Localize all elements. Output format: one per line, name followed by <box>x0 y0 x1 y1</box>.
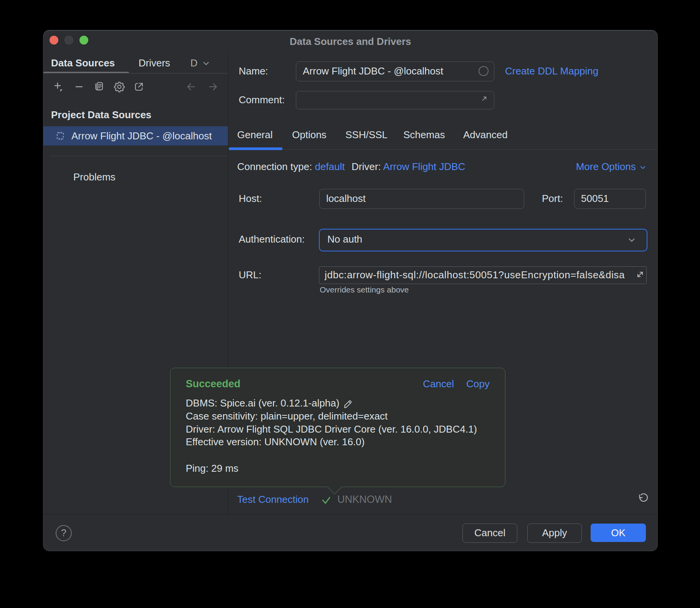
authentication-value: No auth <box>320 230 647 249</box>
list-divider <box>50 156 228 156</box>
authentication-label: Authentication: <box>239 229 305 250</box>
window-title: Data Sources and Drivers <box>43 30 657 51</box>
popup-cancel-link[interactable]: Cancel <box>423 375 454 393</box>
create-ddl-mapping-link[interactable]: Create DDL Mapping <box>505 61 598 81</box>
driver-value[interactable]: Arrow Flight JDBC <box>383 161 465 172</box>
tab-data-sources[interactable]: Data Sources <box>51 53 115 73</box>
host-input[interactable]: localhost <box>319 189 524 209</box>
left-tabstrip-border <box>43 73 228 74</box>
forward-icon[interactable] <box>207 81 219 93</box>
popup-line-version: Effective version: UNKNOWN (ver. 16.0) <box>186 435 365 448</box>
url-hint: Overrides settings above <box>320 284 409 296</box>
tab-advanced[interactable]: Advanced <box>463 125 508 144</box>
cancel-button[interactable]: Cancel <box>462 524 517 543</box>
driver-label: Driver: <box>352 161 381 172</box>
popup-line-driver: Driver: Arrow Flight SQL JDBC Driver Cor… <box>186 423 477 436</box>
tab-drivers[interactable]: Drivers <box>139 53 170 73</box>
popup-status: Succeeded <box>186 375 241 393</box>
url-expand-icon[interactable] <box>634 269 646 280</box>
popup-line-dbms: DBMS: Spice.ai (ver. 0.12.1-alpha) <box>186 397 353 410</box>
problems-item[interactable]: Problems <box>73 169 116 185</box>
duplicate-icon[interactable] <box>93 81 105 93</box>
ok-button[interactable]: OK <box>591 524 646 542</box>
name-progress-icon <box>479 66 489 76</box>
connection-type-value[interactable]: default <box>315 161 345 172</box>
host-label: Host: <box>239 189 262 208</box>
name-label: Name: <box>239 61 268 81</box>
tab-options[interactable]: Options <box>292 125 327 144</box>
apply-button[interactable]: Apply <box>527 524 582 543</box>
tab-ssh-ssl[interactable]: SSH/SSL <box>345 125 388 144</box>
pencil-icon[interactable] <box>343 398 353 408</box>
popup-line-ping: Ping: 29 ms <box>186 462 238 475</box>
name-input[interactable]: Arrow Flight JDBC - @localhost <box>296 61 494 81</box>
back-icon[interactable] <box>185 81 197 93</box>
chevron-down-icon <box>627 235 637 245</box>
active-form-tab-underline <box>229 147 282 150</box>
test-connection-link[interactable]: Test Connection <box>237 490 309 509</box>
check-icon <box>321 496 332 505</box>
help-label: ? <box>61 527 66 538</box>
host-value: localhost <box>320 189 524 208</box>
comment-input[interactable] <box>296 91 494 109</box>
help-button[interactable]: ? <box>56 525 72 541</box>
test-result-status: UNKNOWN <box>337 490 392 509</box>
driver-row: Driver: Arrow Flight JDBC <box>352 157 465 176</box>
connection-type-label: Connection type: <box>237 161 312 172</box>
url-value: jdbc:arrow-flight-sql://localhost:50051?… <box>319 267 646 283</box>
more-options-link[interactable]: More Options <box>576 157 647 176</box>
add-icon[interactable] <box>53 81 65 93</box>
comment-expand-icon[interactable] <box>480 94 489 103</box>
popup-copy-link[interactable]: Copy <box>466 375 490 393</box>
comment-label: Comment: <box>239 91 285 109</box>
datasource-list-item[interactable]: Arrow Flight JDBC - @localhost <box>43 126 228 145</box>
authentication-select[interactable]: No auth <box>319 229 647 251</box>
form-tabstrip-border <box>228 149 657 150</box>
connection-type-row: Connection type: default <box>237 157 345 176</box>
data-sources-dialog: Data Sources and Drivers Data Sources Dr… <box>43 30 658 551</box>
url-input[interactable]: jdbc:arrow-flight-sql://localhost:50051?… <box>319 266 647 284</box>
remove-icon[interactable] <box>73 81 85 93</box>
chevron-down-icon <box>639 163 647 172</box>
name-value: Arrow Flight JDBC - @localhost <box>296 62 494 80</box>
tab-ddl-truncated[interactable]: D <box>190 53 198 73</box>
tab-general[interactable]: General <box>237 125 273 144</box>
undo-icon[interactable] <box>637 492 649 505</box>
port-input[interactable]: 50051 <box>574 189 646 209</box>
url-label: URL: <box>239 266 261 283</box>
open-in-new-icon[interactable] <box>133 81 145 93</box>
section-header: Project Data Sources <box>51 107 152 122</box>
settings-icon[interactable] <box>113 80 126 93</box>
port-value: 50051 <box>575 189 646 208</box>
datasource-item-label: Arrow Flight JDBC - @localhost <box>71 126 212 145</box>
popup-line-case: Case sensitivity: plain=upper, delimited… <box>186 410 388 423</box>
port-label: Port: <box>542 189 563 208</box>
tab-overflow-chevron-icon[interactable] <box>201 59 211 68</box>
tab-schemas[interactable]: Schemas <box>403 125 445 144</box>
datasource-driver-icon <box>55 131 65 141</box>
